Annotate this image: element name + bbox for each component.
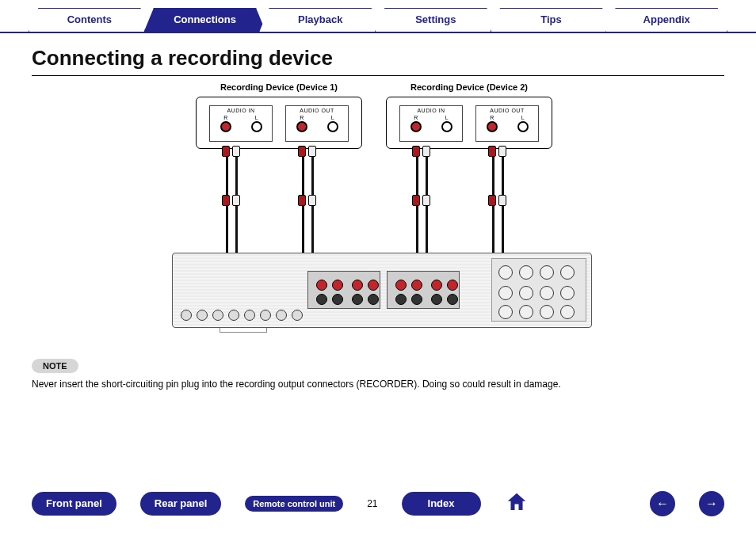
rca-jack-red — [220, 121, 231, 132]
channel-l: L — [445, 115, 449, 120]
amplifier-foot — [220, 328, 267, 333]
rca-jack-white — [441, 121, 452, 132]
top-tabs: Contents Connections Playback Settings T… — [0, 0, 756, 33]
note-text: Never insert the short-circuiting pin pl… — [32, 378, 724, 391]
device2-title: Recording Device (Device 2) — [386, 82, 552, 92]
recorder-block-2 — [387, 271, 460, 309]
front-panel-button[interactable]: Front panel — [32, 492, 116, 516]
amplifier-rear-panel — [172, 253, 592, 328]
rca-jack-white — [251, 121, 262, 132]
channel-l: L — [521, 115, 525, 120]
channel-r: R — [414, 115, 418, 120]
tab-playback[interactable]: Playback — [259, 8, 381, 32]
device1-audio-in: AUDIO IN RL — [209, 105, 273, 142]
device1-box: AUDIO IN RL AUDIO OUT RL — [196, 97, 362, 149]
page-number: 21 — [367, 498, 377, 509]
device2-audio-out: AUDIO OUT RL — [475, 105, 539, 142]
tab-contents[interactable]: Contents — [29, 8, 151, 32]
device1-title: Recording Device (Device 1) — [196, 82, 362, 92]
page-title: Connecting a recording device — [0, 33, 756, 75]
device1-audio-out: AUDIO OUT RL — [285, 105, 349, 142]
device2-audio-in: AUDIO IN RL — [399, 105, 463, 142]
audio-in-label: AUDIO IN — [400, 106, 462, 113]
audio-out-label: AUDIO OUT — [476, 106, 538, 113]
device2-box: AUDIO IN RL AUDIO OUT RL — [386, 97, 552, 149]
tab-connections[interactable]: Connections — [144, 8, 266, 32]
bottom-nav: Front panel Rear panel Remote control un… — [0, 490, 756, 517]
audio-out-label: AUDIO OUT — [286, 106, 348, 113]
channel-l: L — [331, 115, 334, 120]
rca-plug-red — [412, 146, 420, 157]
rear-panel-button[interactable]: Rear panel — [140, 492, 221, 516]
rca-plug-white — [308, 195, 316, 206]
rca-plug-white — [308, 146, 316, 157]
channel-r: R — [223, 115, 227, 120]
rca-plug-white — [498, 195, 506, 206]
channel-r: R — [490, 115, 494, 120]
audio-in-label: AUDIO IN — [210, 106, 272, 113]
rca-jack-white — [327, 121, 338, 132]
next-page-button[interactable]: → — [699, 491, 724, 516]
arrow-right-icon: → — [705, 497, 718, 511]
index-button[interactable]: Index — [402, 492, 481, 516]
channel-r: R — [300, 115, 304, 120]
prev-page-button[interactable]: ← — [650, 491, 675, 516]
rca-plug-red — [488, 195, 496, 206]
arrow-left-icon: ← — [656, 497, 669, 511]
rca-plug-red — [298, 195, 306, 206]
channel-l: L — [255, 115, 258, 120]
title-rule — [32, 75, 724, 76]
tab-settings[interactable]: Settings — [375, 8, 497, 32]
tab-appendix[interactable]: Appendix — [605, 8, 727, 32]
rca-plug-white — [232, 146, 240, 157]
rca-plug-white — [422, 146, 430, 157]
home-icon[interactable] — [505, 490, 529, 517]
rca-jack-white — [517, 121, 529, 132]
rca-plug-white — [422, 195, 430, 206]
recorder-block-1 — [307, 271, 380, 309]
connection-diagram: Recording Device (Device 1) Recording De… — [156, 82, 600, 344]
remote-control-button[interactable]: Remote control unit — [245, 496, 343, 512]
rca-plug-red — [222, 195, 230, 206]
tab-tips[interactable]: Tips — [491, 8, 613, 32]
rca-plug-white — [498, 146, 506, 157]
rca-plug-red — [222, 146, 230, 157]
rca-plug-red — [412, 195, 420, 206]
rca-jack-red — [410, 121, 422, 132]
rca-jack-red — [296, 121, 307, 132]
note-label: NOTE — [32, 359, 78, 373]
rca-plug-white — [232, 195, 240, 206]
rca-jack-red — [487, 121, 498, 132]
rca-plug-red — [488, 146, 496, 157]
rca-plug-red — [298, 146, 306, 157]
